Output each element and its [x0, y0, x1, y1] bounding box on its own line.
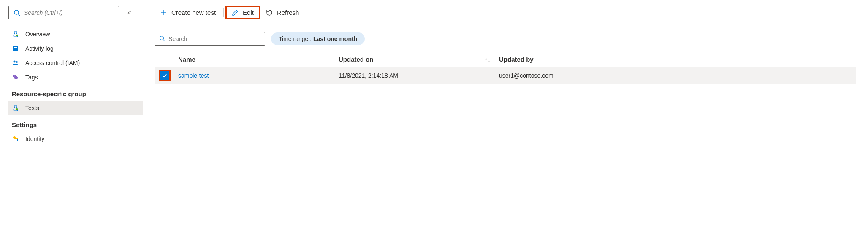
log-icon — [12, 45, 19, 52]
sidebar-item-access-control[interactable]: Access control (IAM) — [8, 56, 143, 70]
sidebar-section-resource-specific: Resource-specific group — [8, 84, 143, 101]
cell-updated-on: 11/8/2021, 2:14:18 AM — [339, 72, 499, 79]
svg-line-1 — [18, 14, 20, 16]
search-icon — [159, 35, 165, 43]
svg-rect-11 — [15, 138, 18, 139]
table-row[interactable]: sample-test 11/8/2021, 2:14:18 AM user1@… — [155, 67, 856, 84]
edit-button[interactable]: Edit — [225, 6, 260, 19]
svg-rect-12 — [17, 139, 18, 141]
main-search[interactable] — [155, 32, 265, 46]
sidebar-item-tests[interactable]: Tests — [8, 101, 143, 115]
flask-icon — [12, 104, 19, 112]
time-range-label: Time range : — [279, 35, 313, 42]
svg-point-8 — [14, 76, 15, 76]
svg-rect-4 — [14, 47, 17, 48]
sidebar-item-label: Identity — [25, 135, 44, 142]
svg-point-7 — [16, 61, 18, 63]
toolbar: Create new test Edit Refresh — [155, 6, 856, 24]
button-label: Refresh — [277, 9, 299, 16]
button-label: Edit — [243, 9, 254, 16]
sidebar-item-identity[interactable]: Identity — [8, 132, 143, 146]
create-new-test-button[interactable]: Create new test — [155, 6, 222, 19]
main-content: Create new test Edit Refresh Time range … — [143, 0, 868, 152]
table-header: Name Updated on ↑↓ Updated by — [155, 51, 856, 67]
time-range-value: Last one month — [313, 35, 357, 42]
cell-updated-by: user1@contoso.com — [499, 72, 852, 79]
svg-point-0 — [14, 10, 19, 14]
button-label: Create new test — [171, 9, 216, 16]
sort-icon[interactable]: ↑↓ — [485, 56, 491, 63]
svg-point-6 — [14, 61, 16, 63]
sidebar-item-activity-log[interactable]: Activity log — [8, 41, 143, 56]
svg-point-9 — [16, 108, 18, 110]
search-icon — [13, 9, 21, 16]
sidebar-item-overview[interactable]: Overview — [8, 27, 143, 41]
sidebar-item-label: Tests — [25, 105, 39, 111]
sidebar-item-label: Activity log — [25, 45, 54, 52]
people-icon — [12, 59, 19, 67]
flask-icon — [12, 30, 19, 38]
test-name-link[interactable]: sample-test — [178, 72, 209, 79]
sidebar: « Overview Activity log Access control (… — [0, 0, 143, 152]
sidebar-search-input[interactable] — [24, 9, 114, 16]
svg-rect-5 — [14, 49, 17, 49]
time-range-filter[interactable]: Time range : Last one month — [271, 32, 365, 45]
tag-icon — [12, 73, 19, 81]
column-header-updated-by[interactable]: Updated by — [499, 56, 852, 63]
collapse-sidebar-icon[interactable]: « — [127, 9, 131, 16]
column-header-name[interactable]: Name — [178, 56, 339, 63]
main-search-input[interactable] — [168, 35, 260, 42]
sidebar-item-label: Overview — [25, 31, 50, 38]
refresh-button[interactable]: Refresh — [260, 6, 305, 19]
row-checkbox[interactable] — [159, 70, 171, 81]
toolbar-divider — [223, 8, 224, 17]
svg-line-16 — [163, 39, 165, 41]
key-icon — [12, 135, 19, 143]
sidebar-search[interactable] — [8, 6, 119, 19]
svg-point-2 — [16, 35, 18, 36]
sidebar-item-tags[interactable]: Tags — [8, 70, 143, 84]
sidebar-item-label: Access control (IAM) — [25, 60, 80, 66]
column-header-updated-on[interactable]: Updated on ↑↓ — [339, 56, 499, 63]
sidebar-section-settings: Settings — [8, 115, 143, 132]
sidebar-item-label: Tags — [25, 74, 38, 81]
filter-row: Time range : Last one month — [155, 32, 856, 46]
svg-point-15 — [160, 36, 164, 40]
